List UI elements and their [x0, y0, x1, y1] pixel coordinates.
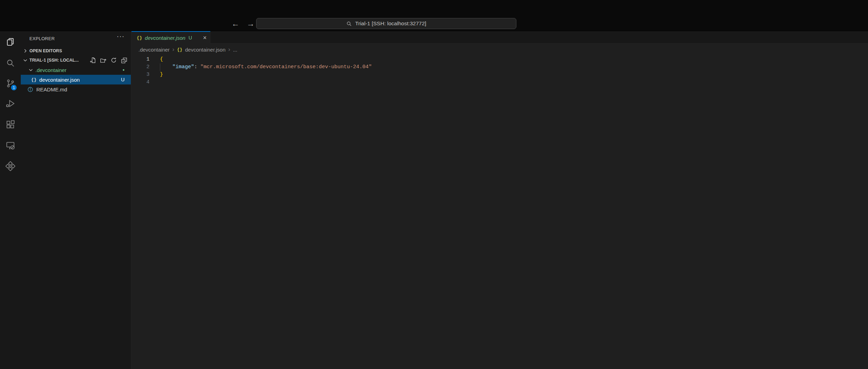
folder-label: .devcontainer — [35, 67, 66, 73]
dev-containers-icon[interactable] — [6, 161, 15, 171]
file-label: devcontainer.json — [39, 77, 80, 83]
tree-item-readme[interactable]: README.md — [21, 84, 131, 94]
code-token: : — [194, 64, 200, 70]
sidebar-title: EXPLORER — [29, 36, 55, 41]
editor-group: {} devcontainer.json U × .devcontainer ›… — [132, 31, 868, 369]
info-file-icon — [27, 87, 33, 92]
chevron-right-icon: › — [172, 46, 174, 53]
more-actions-icon[interactable]: ··· — [117, 32, 125, 40]
extensions-icon[interactable] — [6, 120, 15, 129]
workspace-label: TRIAL-1 [SSH: LOCAL... — [29, 58, 79, 63]
json-file-icon: {} — [137, 35, 142, 40]
breadcrumb: .devcontainer › {} devcontainer.json › .… — [132, 44, 868, 56]
git-untracked-badge: U — [189, 35, 192, 40]
tab-devcontainer-json[interactable]: {} devcontainer.json U × — [132, 31, 210, 44]
breadcrumb-folder[interactable]: .devcontainer — [138, 47, 170, 53]
new-file-icon[interactable] — [90, 57, 96, 63]
breadcrumb-file[interactable]: devcontainer.json — [185, 47, 226, 53]
line-number: 2 — [132, 63, 150, 71]
tab-label: devcontainer.json — [145, 35, 186, 41]
tree-item-devcontainer-folder[interactable]: .devcontainer ● — [21, 65, 131, 75]
search-view-icon[interactable] — [6, 58, 15, 68]
chevron-down-icon — [22, 57, 28, 63]
code-token: "mcr.microsoft.com/devcontainers/base:de… — [200, 64, 372, 70]
json-file-icon: {} — [31, 77, 37, 82]
indent-guide — [160, 63, 160, 71]
line-number: 4 — [132, 79, 150, 86]
code-line: 4 — [132, 79, 868, 86]
nav-forward-icon[interactable]: → — [244, 17, 257, 30]
close-icon[interactable]: × — [203, 35, 207, 41]
line-number: 1 — [132, 56, 150, 63]
tree-item-devcontainer-json[interactable]: {} devcontainer.json U — [21, 75, 131, 84]
activity-bar: 1 — [0, 31, 21, 369]
command-center-search[interactable]: Trial-1 [SSH: localhost:32772] — [256, 18, 516, 29]
collapse-all-icon[interactable] — [121, 57, 127, 63]
source-control-badge: 1 — [10, 84, 17, 91]
breadcrumb-symbol-ellipsis[interactable]: ... — [233, 47, 237, 53]
search-icon — [346, 21, 352, 27]
code-line: 1 { — [132, 56, 868, 63]
git-change-dot: ● — [123, 65, 125, 75]
code-editor[interactable]: 1 { 2 "image": "mcr.microsoft.com/devcon… — [132, 56, 868, 369]
remote-explorer-icon[interactable] — [6, 141, 15, 150]
git-untracked-badge: U — [121, 77, 125, 82]
history-nav: ← → — [229, 17, 257, 30]
explorer-icon[interactable] — [6, 37, 15, 47]
refresh-icon[interactable] — [110, 57, 117, 63]
line-number: 3 — [132, 71, 150, 79]
code-line: 3 } — [132, 71, 868, 79]
file-label: README.md — [36, 87, 67, 92]
json-file-icon: {} — [177, 47, 182, 52]
new-folder-icon[interactable] — [100, 57, 107, 63]
code-token: { — [160, 56, 163, 62]
chevron-right-icon — [22, 48, 28, 54]
chevron-right-icon: › — [228, 46, 230, 53]
code-token: } — [160, 72, 163, 78]
chevron-down-icon — [28, 67, 34, 73]
code-token: "image" — [172, 64, 194, 70]
open-editors-section-header[interactable]: OPEN EDITORS — [21, 46, 131, 55]
command-center-label: Trial-1 [SSH: localhost:32772] — [355, 20, 426, 27]
run-and-debug-icon[interactable] — [6, 99, 15, 108]
explorer-toolbar — [90, 57, 127, 63]
open-editors-label: OPEN EDITORS — [29, 48, 62, 53]
explorer-sidebar: EXPLORER ··· OPEN EDITORS TRIAL-1 [SSH: … — [21, 31, 131, 369]
nav-back-icon[interactable]: ← — [229, 17, 242, 30]
code-token — [160, 64, 172, 70]
code-line: 2 "image": "mcr.microsoft.com/devcontain… — [132, 63, 868, 71]
vscode-window: { "titlebar": { "back_icon": "←", "forwa… — [0, 0, 868, 369]
title-bar: ← → Trial-1 [SSH: localhost:32772] — [0, 0, 868, 31]
tab-bar: {} devcontainer.json U × — [132, 31, 868, 44]
workspace-section-header[interactable]: TRIAL-1 [SSH: LOCAL... — [21, 55, 131, 65]
